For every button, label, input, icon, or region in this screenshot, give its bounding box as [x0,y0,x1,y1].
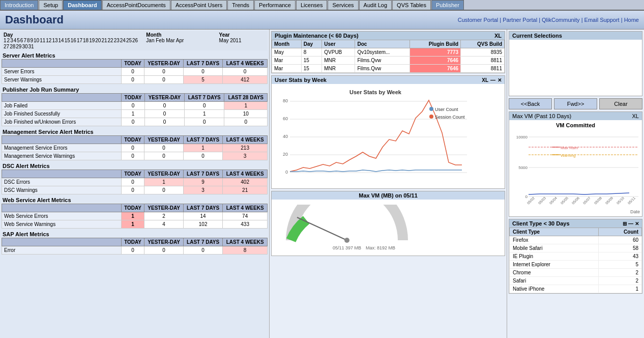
month-values[interactable]: Jan Feb Mar Apr [146,38,216,43]
max-vm-chart-header: Max VM (Past 10 Days) XL [509,112,642,120]
list-item: Chrome 2 [510,269,642,277]
clear-button[interactable]: Clear [599,98,642,109]
month-feb[interactable]: Feb [156,38,164,43]
day-8[interactable]: 8 [27,38,30,43]
svg-text:05/10: 05/10 [616,196,625,205]
current-selections-header: Current Selections [509,32,642,40]
svg-text:05/09: 05/09 [605,196,613,205]
forward-button[interactable]: Fwd>> [554,98,597,109]
tab-audit-log[interactable]: Audit Log [359,0,392,10]
user-stats-header: User Stats by Week XL — ✕ [272,76,505,84]
day-15[interactable]: 15 [65,38,70,43]
day-29[interactable]: 29 [16,44,21,49]
tab-accesspoint-users[interactable]: AccessPoint Users [171,0,227,10]
table-row: Management Service Warnings 0 0 0 3 [2,152,268,160]
minimize-client-icon[interactable]: — [628,221,633,227]
day-10[interactable]: 10 [34,38,39,43]
minimize-icon[interactable]: — [490,77,495,83]
day-4[interactable]: 4 [14,38,17,43]
table-row: Web Service Errors 1 2 14 74 [2,212,268,220]
close-icon[interactable]: ✕ [497,77,502,83]
table-row: Management Service Errors 0 0 1 213 [2,144,268,152]
tab-accesspoint-documents[interactable]: AccessPointDocuments [102,0,170,10]
max-vm-gauge-box: Max VM (MB) on 05/11 [271,191,505,256]
tab-services[interactable]: Services [328,0,358,10]
day-5[interactable]: 5 [17,38,20,43]
svg-text:40: 40 [283,134,288,139]
svg-point-11 [429,107,433,111]
year-may[interactable]: May [219,38,229,43]
day-13[interactable]: 13 [52,38,57,43]
dsc-alerts-section: DSC Alert Metrics TODAY YESTER-DAY LAST … [2,162,268,194]
svg-text:80: 80 [283,98,288,103]
tab-dashboard[interactable]: Dashboard [63,0,101,10]
xl-link[interactable]: XL [632,113,639,119]
sap-alerts-section: SAP Alert Metrics TODAY YESTER-DAY LAST … [2,231,268,255]
month-jan[interactable]: Jan [146,38,154,43]
day-24[interactable]: 24 [120,38,126,43]
day-values[interactable]: 1 2 3 4 5 6 7 8 9 10 11 12 13 14 15 16 1… [4,38,143,49]
month-apr[interactable]: Apr [176,38,184,43]
server-alerts-title: Server Alert Metrics [2,52,268,59]
day-2[interactable]: 2 [7,38,10,43]
tab-licenses[interactable]: Licenses [296,0,327,10]
day-12[interactable]: 12 [46,38,51,43]
table-icon[interactable]: ⊞ [623,221,627,227]
tab-publisher[interactable]: Publisher [431,0,464,10]
max-vm-gauge-header: Max VM (MB) on 05/11 [272,191,505,200]
svg-text:05/05: 05/05 [560,196,569,205]
table-row: DSC Warnings 0 0 3 21 [2,186,268,194]
day-30[interactable]: 30 [22,44,27,49]
day-16[interactable]: 16 [71,38,76,43]
current-selections-box: Current Selections [509,31,642,96]
xl-icon[interactable]: XL [482,77,488,83]
day-9[interactable]: 9 [31,38,34,43]
month-mar[interactable]: Mar [166,38,174,43]
close-client-icon[interactable]: ✕ [635,221,639,227]
table-row: Web Service Warnings 1 4 102 433 [2,220,268,229]
day-17[interactable]: 17 [77,38,82,43]
day-11[interactable]: 11 [40,38,45,43]
max-vm-line-chart: 10000 5000 0 Max Ram [511,129,641,208]
tab-introduction[interactable]: Introduction [0,0,38,10]
year-2011[interactable]: 2011 [230,38,241,43]
svg-text:20: 20 [283,152,288,157]
day-7[interactable]: 7 [23,38,26,43]
svg-text:User Count: User Count [435,107,458,112]
day-26[interactable]: 26 [132,38,138,43]
day-23[interactable]: 23 [114,38,120,43]
day-14[interactable]: 14 [58,38,64,43]
day-20[interactable]: 20 [95,38,101,43]
list-item: Safari 2 [510,277,642,285]
day-19[interactable]: 19 [89,38,95,43]
web-service-alerts-section: Web Service Alert Metrics TODAY YESTER-D… [2,196,268,229]
xl-button[interactable]: XL [494,33,502,39]
day-6[interactable]: 6 [20,38,23,43]
day-27[interactable]: 27 [4,44,9,49]
back-button[interactable]: <<Back [509,98,552,109]
day-25[interactable]: 25 [126,38,132,43]
tab-qvs-tables[interactable]: QVS Tables [392,0,431,10]
day-3[interactable]: 3 [10,38,13,43]
day-28[interactable]: 28 [10,44,15,49]
svg-text:Warning: Warning [561,153,576,158]
day-22[interactable]: 22 [108,38,113,43]
day-31[interactable]: 31 [28,44,34,49]
current-selections-content [509,40,642,96]
day-18[interactable]: 18 [83,38,89,43]
max-vm-subtitle: VM Committed [511,122,640,128]
gauge-chart: 05/11 397 MB Max: 8192 MB [276,205,418,250]
tab-performance[interactable]: Performance [254,0,296,10]
center-panel: Plugin Maintenance (< 60 Days) XL Month … [270,30,507,338]
tab-setup[interactable]: Setup [39,0,63,10]
client-type-box: Client Type < 30 Days ⊞ — ✕ Client Type … [509,219,642,294]
year-values[interactable]: May 2011 [219,38,266,43]
day-21[interactable]: 21 [101,38,107,43]
tab-trends[interactable]: Trends [227,0,254,10]
day-1[interactable]: 1 [4,38,7,43]
header-links[interactable]: Customer Portal | Partner Portal | QlikC… [458,17,639,23]
server-alerts-section: Server Alert Metrics TODAY YESTER-DAY LA… [2,52,268,84]
table-row: Error 0 0 0 8 [2,246,268,255]
svg-text:60: 60 [283,116,288,121]
nav-tabs: Introduction Setup Dashboard AccessPoint… [0,0,644,11]
